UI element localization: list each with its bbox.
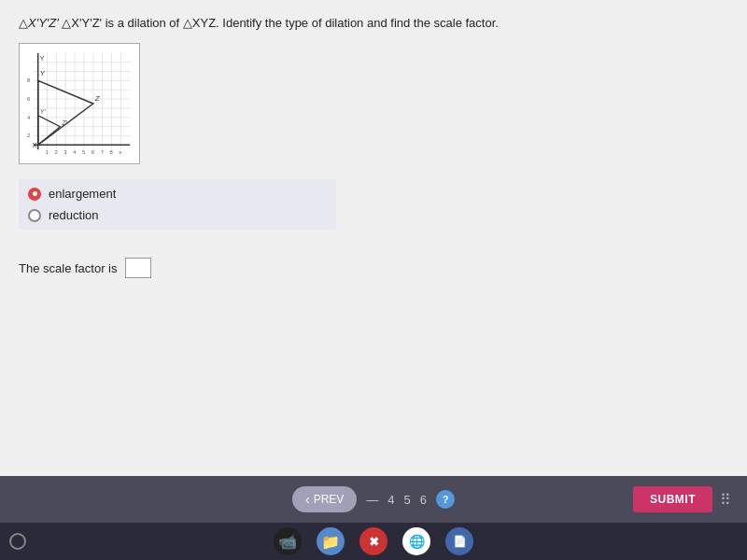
- chrome-icon[interactable]: 🌐: [402, 527, 430, 555]
- svg-text:7: 7: [101, 149, 104, 155]
- main-content: △X'Y'Z' △X'Y'Z' is a dilation of △XYZ. I…: [0, 0, 747, 476]
- grid-icon[interactable]: ⠿: [720, 491, 732, 509]
- submit-label: SUBMIT: [650, 493, 696, 506]
- svg-text:1: 1: [46, 149, 49, 155]
- help-label: ?: [443, 494, 449, 505]
- prev-button[interactable]: PREV: [292, 486, 357, 512]
- help-button[interactable]: ?: [436, 490, 455, 509]
- svg-text:2: 2: [27, 133, 30, 139]
- triangle-label-prime: △X'Y'Z': [19, 16, 59, 30]
- svg-text:2: 2: [54, 149, 57, 155]
- page-separator: —: [366, 493, 378, 507]
- scale-factor-area: The scale factor is: [19, 258, 728, 278]
- scale-factor-text: The scale factor is: [19, 261, 118, 275]
- reduction-radio[interactable]: [28, 209, 41, 222]
- prev-label: PREV: [314, 493, 345, 506]
- enlargement-radio[interactable]: [28, 188, 41, 201]
- coordinate-graph: X Y 1 2 3 4 5 6 7 8 x 2 4 6 8 Y Z Y': [20, 44, 139, 163]
- enlargement-label: enlargement: [49, 187, 116, 201]
- reduction-option[interactable]: reduction: [28, 208, 327, 222]
- reduction-label: reduction: [49, 208, 98, 222]
- svg-text:Y: Y: [40, 55, 45, 62]
- nav-bar: PREV — 4 5 6 ? SUBMIT ⠿: [0, 476, 747, 523]
- svg-text:X: X: [33, 142, 37, 148]
- submit-button[interactable]: SUBMIT: [633, 486, 712, 512]
- svg-text:Y': Y': [40, 108, 47, 115]
- files-icon[interactable]: 📄: [445, 527, 473, 555]
- scale-factor-input[interactable]: [125, 258, 151, 278]
- enlargement-option[interactable]: enlargement: [28, 187, 327, 201]
- page-4: 4: [388, 493, 394, 507]
- question-text: △X'Y'Z' △X'Y'Z' is a dilation of △XYZ. I…: [19, 15, 728, 32]
- page-5: 5: [404, 493, 411, 507]
- folder-icon[interactable]: 📁: [317, 527, 345, 555]
- figure-icon[interactable]: ✖: [359, 527, 388, 555]
- page-6: 6: [420, 493, 427, 507]
- video-icon[interactable]: 📹: [274, 527, 302, 555]
- graph-container: X Y 1 2 3 4 5 6 7 8 x 2 4 6 8 Y Z Y': [19, 43, 140, 164]
- svg-text:Z': Z': [61, 119, 67, 126]
- options-area: enlargement reduction: [19, 179, 336, 230]
- question-body: △X'Y'Z' is a dilation of △XYZ. Identify …: [62, 16, 499, 30]
- svg-text:x: x: [119, 149, 121, 155]
- nav-center: PREV — 4 5 6 ?: [292, 486, 455, 512]
- taskbar-circle: [9, 533, 26, 550]
- taskbar: 📹 📁 ✖ 🌐 📄: [0, 523, 747, 560]
- svg-text:Y: Y: [40, 70, 46, 78]
